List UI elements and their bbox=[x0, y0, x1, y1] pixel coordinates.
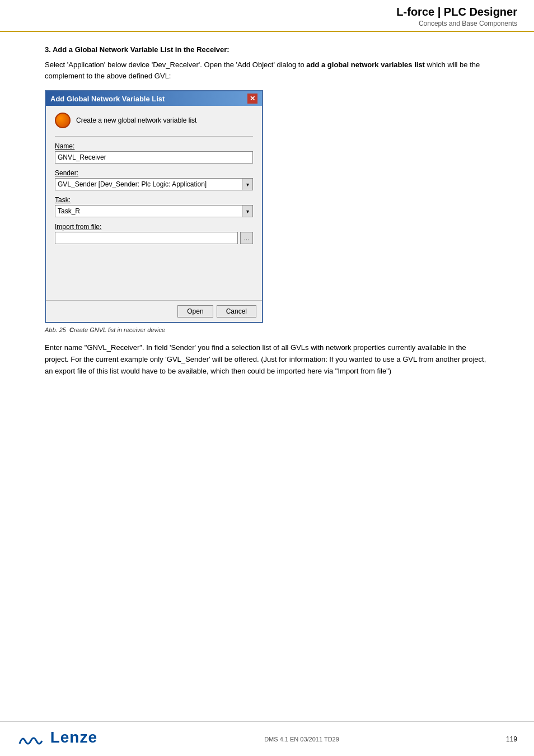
import-browse-button[interactable]: ... bbox=[240, 232, 253, 244]
footer-center-text: DMS 4.1 EN 03/2011 TD29 bbox=[264, 736, 339, 743]
task-select-wrapper: Task_R ▾ bbox=[55, 205, 253, 217]
dialog-spacer bbox=[55, 250, 253, 295]
sender-label-rest: ender: bbox=[59, 169, 78, 177]
sender-select-wrapper: GVL_Sender [Dev_Sender: Plc Logic: Appli… bbox=[55, 178, 253, 190]
footer-logo-text: Lenze bbox=[50, 729, 97, 746]
dialog-icon-row: Create a new global network variable lis… bbox=[55, 113, 253, 128]
import-label: Import from file: bbox=[55, 223, 253, 231]
dialog-divider bbox=[55, 136, 253, 137]
caption-text: reate GNVL list in receiver device bbox=[74, 326, 165, 333]
intro-paragraph: Select 'Application' below device 'Dev_R… bbox=[45, 59, 489, 81]
sender-select[interactable]: GVL_Sender [Dev_Sender: Plc Logic: Appli… bbox=[55, 178, 253, 190]
intro-text-bold: add a global network variables list bbox=[306, 60, 425, 69]
add-gnvl-dialog: Add Global Network Variable List ✕ Creat… bbox=[45, 90, 263, 323]
footer-logo-container: Lenze bbox=[17, 729, 97, 749]
import-label-rest: mport from file: bbox=[57, 223, 101, 231]
app-subtitle: Concepts and Base Components bbox=[17, 20, 517, 27]
open-button[interactable]: Open bbox=[177, 305, 213, 318]
dialog-icon-description: Create a new global network variable lis… bbox=[76, 116, 196, 124]
import-row: ... bbox=[55, 232, 253, 244]
figure-caption: Abb. 25 Create GNVL list in receiver dev… bbox=[45, 326, 489, 333]
task-label-rest: ask: bbox=[58, 196, 71, 204]
task-select[interactable]: Task_R bbox=[55, 205, 253, 217]
caption-c: C bbox=[69, 326, 74, 333]
app-title: L-force | PLC Designer bbox=[17, 6, 517, 18]
dialog-close-button[interactable]: ✕ bbox=[247, 94, 257, 104]
footer-page-number: 119 bbox=[506, 735, 517, 743]
cancel-button[interactable]: Cancel bbox=[217, 305, 256, 318]
lenze-logo-wave-icon bbox=[17, 732, 45, 749]
caption-prefix: Abb. 25 bbox=[45, 326, 66, 333]
dialog-footer: Open Cancel bbox=[46, 300, 262, 322]
dialog-icon bbox=[55, 113, 71, 128]
sender-label: Sender: bbox=[55, 169, 253, 177]
name-input[interactable] bbox=[55, 151, 253, 164]
name-label: Name: bbox=[55, 142, 253, 150]
section-heading: 3. Add a Global Network Variable List in… bbox=[45, 45, 489, 54]
name-label-text: Name: bbox=[55, 142, 74, 150]
dialog-body: Create a new global network variable lis… bbox=[46, 106, 262, 300]
dialog-titlebar: Add Global Network Variable List ✕ bbox=[46, 91, 262, 106]
body-paragraph: Enter name "GNVL_Receiver". In field 'Se… bbox=[45, 342, 489, 377]
import-input[interactable] bbox=[55, 232, 238, 244]
intro-text-start: Select 'Application' below device 'Dev_R… bbox=[45, 60, 306, 69]
dialog-title: Add Global Network Variable List bbox=[50, 95, 165, 103]
page-header: L-force | PLC Designer Concepts and Base… bbox=[0, 0, 534, 32]
task-label: Task: bbox=[55, 196, 253, 204]
page-footer: Lenze DMS 4.1 EN 03/2011 TD29 119 bbox=[0, 721, 534, 756]
main-content: 3. Add a Global Network Variable List in… bbox=[0, 32, 534, 395]
